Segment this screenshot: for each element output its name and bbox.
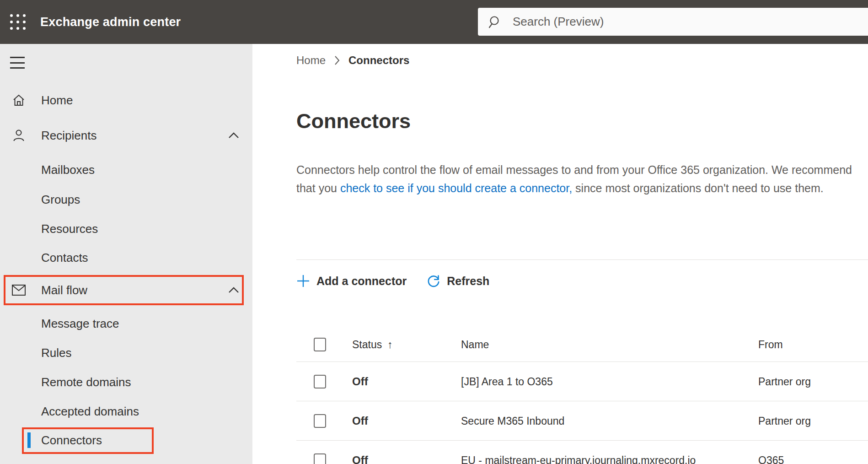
refresh-icon [427, 274, 440, 288]
left-navigation-sidebar: Home Recipients Mailboxes Groups Resourc… [0, 44, 252, 464]
select-all-checkbox[interactable] [314, 338, 326, 351]
sidebar-item-label: Remote domains [41, 375, 131, 389]
sort-ascending-icon: ↑ [387, 338, 393, 351]
sidebar-item-label: Message trace [41, 317, 119, 331]
page-title: Connectors [296, 109, 411, 133]
sidebar-item-accepted-domains[interactable]: Accepted domains [0, 397, 252, 426]
person-icon [11, 128, 26, 143]
sidebar-item-label: Rules [41, 346, 71, 360]
column-header-from[interactable]: From [758, 338, 783, 351]
column-header-label: From [758, 338, 783, 351]
sidebar-item-label: Home [41, 93, 73, 108]
sidebar-item-home[interactable]: Home [0, 86, 252, 115]
sidebar-item-label: Mailboxes [41, 163, 95, 177]
chevron-up-icon [228, 129, 240, 141]
column-header-name[interactable]: Name [461, 338, 489, 351]
table-row[interactable]: Off [JB] Area 1 to O365 Partner org [296, 362, 868, 401]
command-toolbar: Add a connector Refresh [296, 269, 489, 293]
sidebar-item-rules[interactable]: Rules [0, 338, 252, 367]
connector-name-cell[interactable]: [JB] Area 1 to O365 [461, 375, 553, 388]
refresh-label: Refresh [447, 275, 489, 288]
row-checkbox[interactable] [314, 375, 326, 388]
refresh-button[interactable]: Refresh [427, 274, 489, 288]
breadcrumb-current: Connectors [348, 54, 409, 67]
status-cell: Off [352, 454, 368, 464]
column-header-label: Name [461, 338, 489, 351]
from-cell: Partner org [758, 375, 811, 388]
from-cell: Partner org [758, 415, 811, 427]
exchange-admin-center-window: Exchange admin center Search (Preview) H… [0, 0, 868, 464]
chevron-up-icon [228, 284, 240, 296]
main-content-pane: Home Connectors Connectors Connectors he… [252, 44, 868, 464]
breadcrumb: Home Connectors [296, 54, 409, 67]
status-cell: Off [352, 375, 368, 388]
sidebar-item-label: Contacts [41, 251, 88, 265]
sidebar-item-mail-flow[interactable]: Mail flow [0, 275, 252, 305]
toolbar-divider [296, 259, 868, 260]
sidebar-item-contacts[interactable]: Contacts [0, 243, 252, 272]
table-row[interactable]: Off Secure M365 Inbound Partner org [296, 401, 868, 441]
chevron-right-icon [334, 55, 340, 65]
hamburger-menu-icon[interactable] [10, 57, 25, 69]
breadcrumb-home-link[interactable]: Home [296, 54, 326, 67]
sidebar-item-message-trace[interactable]: Message trace [0, 309, 252, 338]
active-selection-indicator [27, 432, 31, 448]
status-cell: Off [352, 415, 368, 427]
top-app-bar: Exchange admin center Search (Preview) [0, 0, 868, 44]
from-cell: O365 [758, 454, 784, 464]
house-icon [11, 93, 26, 108]
connector-name-cell[interactable]: EU - mailstream-eu-primary.journaling.mx… [461, 454, 696, 464]
row-checkbox[interactable] [314, 414, 326, 428]
app-launcher-waffle-icon[interactable] [8, 12, 27, 32]
sidebar-item-mailboxes[interactable]: Mailboxes [0, 155, 252, 184]
sidebar-item-label: Recipients [41, 129, 96, 143]
sidebar-item-label: Mail flow [41, 283, 87, 297]
add-connector-label: Add a connector [316, 275, 407, 288]
search-icon [488, 15, 502, 29]
connector-name-cell[interactable]: Secure M365 Inbound [461, 415, 564, 427]
page-description: Connectors help control the flow of emai… [296, 161, 853, 197]
column-header-label: Status [352, 338, 382, 351]
sidebar-item-label: Connectors [41, 433, 102, 448]
add-connector-button[interactable]: Add a connector [296, 274, 407, 288]
sidebar-item-remote-domains[interactable]: Remote domains [0, 367, 252, 397]
create-connector-help-link[interactable]: check to see if you should create a conn… [340, 182, 572, 194]
sidebar-item-connectors[interactable]: Connectors [0, 426, 252, 455]
sidebar-item-recipients[interactable]: Recipients [0, 121, 252, 150]
search-input[interactable]: Search (Preview) [478, 8, 868, 36]
sidebar-item-label: Accepted domains [41, 405, 139, 419]
row-checkbox[interactable] [314, 453, 326, 464]
column-header-status[interactable]: Status ↑ [352, 338, 393, 351]
sidebar-item-label: Groups [41, 193, 80, 207]
plus-icon [296, 274, 310, 288]
app-title: Exchange admin center [40, 0, 181, 44]
search-placeholder: Search (Preview) [513, 15, 604, 29]
envelope-icon [11, 283, 26, 297]
table-header-row: Status ↑ Name From [296, 327, 868, 362]
table-row[interactable]: Off EU - mailstream-eu-primary.journalin… [296, 441, 868, 464]
sidebar-item-label: Resources [41, 222, 98, 236]
description-text: since most organizations don't need to u… [572, 182, 824, 194]
sidebar-item-resources[interactable]: Resources [0, 214, 252, 243]
sidebar-item-groups[interactable]: Groups [0, 185, 252, 214]
